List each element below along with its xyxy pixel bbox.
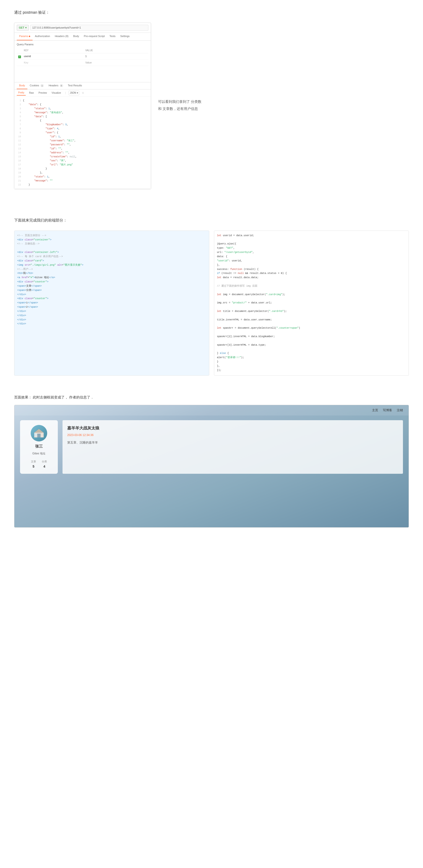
js-line-4: type: "GET", [217, 246, 406, 250]
method-label: GET [19, 26, 24, 30]
tab-prerequest[interactable]: Pre-request Script [81, 33, 107, 40]
html-line-15: </div> [17, 292, 206, 297]
comment-line1: 可以看到我们拿到了 分类数 [158, 98, 202, 105]
js-line-8: }, [217, 263, 406, 267]
nav-logout[interactable]: 注销 [397, 408, 403, 413]
js-line-2 [217, 238, 406, 242]
postman-url-bar: GET ▾ 127.0.0.1:8080/user/getuserbyid?us… [14, 23, 151, 33]
tab-tests[interactable]: Tests [107, 33, 118, 40]
url-input[interactable]: 127.0.0.1:8080/user/getuserbyid?userid=1 [30, 25, 148, 31]
nav-home[interactable]: 主页 [372, 408, 378, 413]
format-preview[interactable]: Preview [37, 91, 48, 95]
author-gitee: Gitee 地址 [32, 451, 46, 456]
html-line-16: <div class="counter"> [17, 297, 206, 301]
param-value-empty: Value [84, 59, 149, 66]
svg-marker-1 [34, 429, 43, 433]
stat-categories: 分类 4 [42, 460, 47, 469]
html-line-18: <span>2</span> [17, 305, 206, 309]
js-line-12 [217, 280, 406, 284]
js-line-11: let data = result.data.data; [217, 276, 406, 280]
post-date: 2023-03-06 12:34:36 [67, 433, 398, 437]
html-line-8: <img src="./imgs/girl.png" alt="图片显示失败"> [17, 263, 206, 267]
format-raw[interactable]: Raw [28, 91, 35, 95]
param-row-empty: Key Value [17, 59, 148, 66]
page-result-text: 页面效果： 此时左侧框就变成了， 作者的信息了． [14, 395, 409, 400]
blog-navbar: 主页 写博客 注销 [14, 405, 409, 416]
format-visualize[interactable]: Visualize [50, 91, 62, 95]
js-line-14 [217, 288, 406, 292]
res-tab-body[interactable]: Body [17, 82, 27, 89]
res-tab-test-results[interactable]: Test Results [66, 82, 85, 89]
tab-settings[interactable]: Settings [118, 33, 132, 40]
html-line-4 [17, 246, 206, 250]
spacer [14, 68, 151, 82]
js-line-22 [217, 322, 406, 326]
js-line-24 [217, 330, 406, 335]
query-params-section: Query Params KEY VALUE userid 1 [14, 40, 151, 68]
js-line-7: "userid": userid, [217, 259, 406, 263]
html-line-7: <div class="card"> [17, 259, 206, 263]
html-line-10: <h3>我</h3> [17, 271, 206, 276]
html-line-9: <!--用户--> [17, 267, 206, 272]
json-response: 1{ 2 "data": { 3 "status": 1, 4 "message… [14, 97, 151, 189]
js-line-29: } else { [217, 351, 406, 355]
html-line-2: <div class="container"> [17, 238, 206, 242]
section2-intro: 下面就来完成我们的前端部分： [14, 217, 409, 223]
js-line-6: data: { [217, 255, 406, 259]
svg-rect-2 [37, 434, 40, 437]
blog-preview: 主页 写博客 注销 张三 Gitee 地址 [14, 405, 409, 528]
avatar-image [33, 429, 45, 438]
res-tab-headers[interactable]: Headers 5 [46, 82, 66, 89]
js-line-21: title.innerHTML = data.user.username; [217, 318, 406, 322]
postman-tabs: Params Authorization Headers (8) Body Pr… [14, 33, 151, 40]
js-line-31: } [217, 360, 406, 364]
comment-line2: 和 文章数，还有用户信息 [158, 105, 202, 112]
js-line-26 [217, 339, 406, 343]
js-line-30: alert("登录请!!!"); [217, 355, 406, 360]
html-line-22: </div> [17, 322, 206, 326]
js-line-3: jQuery.ajax({ [217, 242, 406, 246]
js-line-16 [217, 297, 406, 301]
section-gap-1 [14, 203, 409, 217]
tab-headers[interactable]: Headers (8) [52, 33, 71, 40]
js-line-10: if (result != null && result.data.status… [217, 271, 406, 276]
tab-body[interactable]: Body [71, 33, 81, 40]
tab-params[interactable]: Params [17, 33, 33, 40]
html-line-14: <span>分类</span> [17, 288, 206, 292]
html-code-block: <!-- 页面主体部分 --> <div class="container"> … [14, 230, 209, 376]
author-stats: 文章 5 分类 4 [31, 460, 47, 469]
json-format-select[interactable]: JSON ▾ [69, 91, 79, 95]
js-line-18 [217, 305, 406, 309]
js-line-32: }, [217, 364, 406, 368]
response-tabs: Body Cookies 1 Headers 5 Test Results [14, 82, 151, 90]
js-line-17: img.src = "product/" + data.user.url; [217, 301, 406, 305]
col-value: VALUE [84, 48, 149, 53]
nav-write[interactable]: 写博客 [383, 408, 392, 413]
js-line-28 [217, 347, 406, 351]
js-line-25: spanArr[2].innerHTML = data.blogNumber; [217, 335, 406, 339]
stat-categories-label: 分类 [42, 460, 47, 464]
response-section: Body Cookies 1 Headers 5 Test Results Pr… [14, 82, 151, 189]
blog-post-area: 嘉羊羊大战灰太狼 2023-03-06 12:34:36 第五章、沉睡的嘉羊羊 [62, 420, 403, 474]
js-line-20 [217, 314, 406, 318]
checkbox-userid[interactable] [18, 56, 21, 58]
param-key-userid: userid [22, 53, 84, 60]
js-line-19: let title = document.querySelector(".car… [217, 309, 406, 314]
code-screenshots: <!-- 页面主体部分 --> <div class="container"> … [14, 230, 409, 376]
html-line-6: <!-- 每 块个 card 表示用户信息--> [17, 255, 206, 259]
html-line-5: <div class="container-left"> [17, 250, 206, 255]
method-select[interactable]: GET ▾ [17, 25, 29, 31]
postman-comment: 可以看到我们拿到了 分类数 和 文章数，还有用户信息 [158, 23, 202, 112]
html-line-21: </div> [17, 318, 206, 322]
html-line-11: <a href="#">Gitee 地址</a> [17, 276, 206, 280]
html-line-3: <!-- 主侧信息--> [17, 242, 206, 246]
res-tab-cookies[interactable]: Cookies 1 [27, 82, 46, 89]
format-pretty[interactable]: Pretty [17, 90, 26, 96]
svg-rect-3 [34, 434, 37, 436]
html-line-1: <!-- 页面主体部分 --> [17, 234, 206, 238]
tab-authorization[interactable]: Authorization [33, 33, 52, 40]
param-value-userid: 1 [84, 53, 149, 60]
html-line-20: </div> [17, 314, 206, 318]
html-line-19: </div> [17, 309, 206, 314]
format-bar: Pretty Raw Preview Visualize | JSON ▾ ⧉ [14, 89, 151, 97]
